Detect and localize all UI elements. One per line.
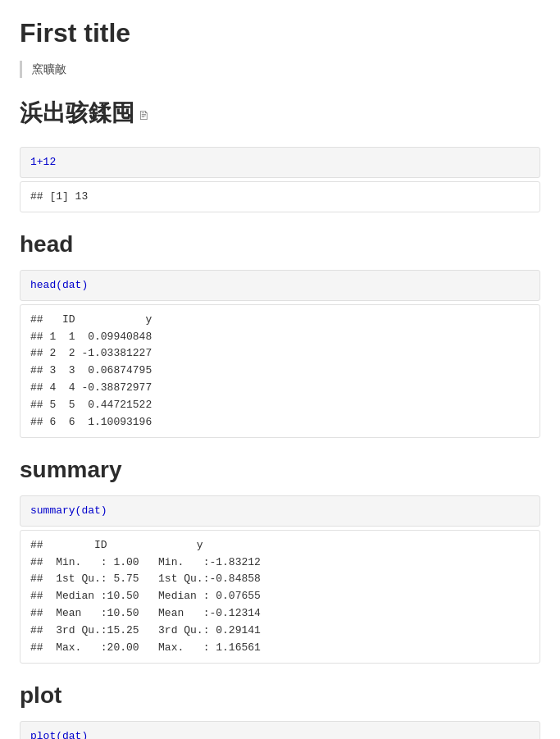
section4-block: plot plot(dat) (20, 678, 540, 739)
section2-block: head head(dat) ## ID y ## 1 1 0.09940848… (20, 227, 540, 438)
section3-block: summary summary(dat) ## ID y ## Min. : 1… (20, 453, 540, 664)
section1-title-row: 浜出骇鍒囤 🖹 (20, 93, 540, 139)
section1-code-output: ## [1] 13 (20, 181, 540, 213)
section1-title-icon: 🖹 (138, 107, 149, 125)
section3-code-input[interactable]: summary(dat) (20, 495, 540, 527)
section2-code-input[interactable]: head(dat) (20, 270, 540, 301)
section1-block: 浜出骇鍒囤 🖹 1+12 ## [1] 13 (20, 93, 540, 212)
section3-code-output: ## ID y ## Min. : 1.00 Min. :-1.83212 ##… (20, 530, 540, 664)
sidebar-note: 窯曠敵 (20, 61, 540, 78)
section2-code-output: ## ID y ## 1 1 0.09940848 ## 2 2 -1.0338… (20, 304, 540, 439)
section2-title: head (20, 227, 540, 262)
section1-title: 浜出骇鍒囤 (20, 96, 134, 130)
section1-code-input[interactable]: 1+12 (20, 147, 540, 178)
main-title: First title (20, 13, 540, 52)
section3-title: summary (20, 453, 540, 487)
section4-title: plot (20, 678, 540, 713)
section4-code-input[interactable]: plot(dat) (20, 721, 540, 739)
